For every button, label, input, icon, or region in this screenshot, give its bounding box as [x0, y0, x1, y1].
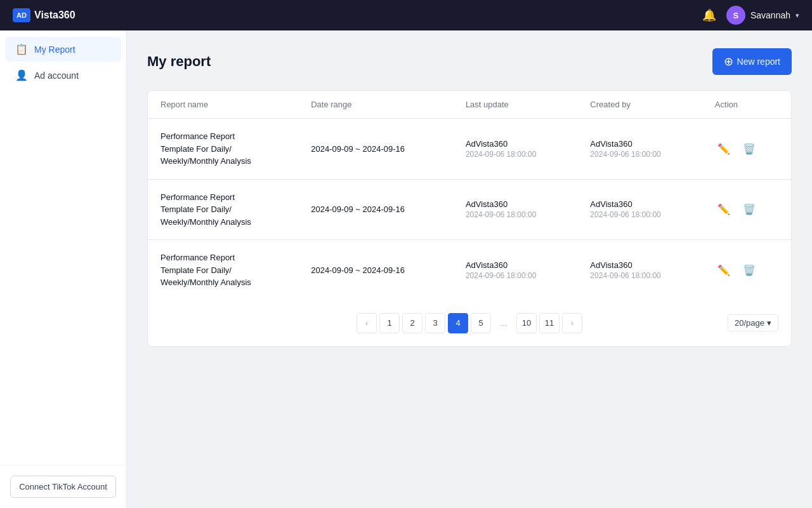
- reports-table: Report name Date range Last update Creat…: [148, 91, 791, 300]
- page-title: My report: [147, 53, 211, 70]
- col-created-by: Created by: [577, 91, 702, 119]
- cell-date-range-0: 2024-09-09 ~ 2024-09-16: [298, 119, 453, 180]
- avatar: S: [726, 6, 745, 25]
- topnav-right: 🔔 S Savannah ▾: [702, 6, 799, 25]
- page-size-label: 20/page: [735, 318, 764, 328]
- logo[interactable]: AD Vista360: [13, 8, 75, 22]
- cell-last-update-1: AdVista360 2024-09-06 18:00:00: [453, 179, 577, 240]
- table-header-row: Report name Date range Last update Creat…: [148, 91, 791, 119]
- cell-created-by-2: AdVista360 2024-09-06 18:00:00: [577, 240, 702, 300]
- cell-action-2: ✏️ 🗑️: [702, 240, 791, 300]
- edit-icon-2[interactable]: ✏️: [715, 262, 733, 279]
- sidebar-bottom: Connect TikTok Account: [0, 465, 126, 508]
- col-report-name: Report name: [148, 91, 298, 119]
- pagination-page-1[interactable]: 1: [379, 313, 400, 333]
- page-size-chevron: ▾: [767, 318, 771, 328]
- table-row: Performance ReportTemplate For Daily/Wee…: [148, 240, 791, 300]
- connect-tiktok-button[interactable]: Connect TikTok Account: [10, 476, 116, 498]
- table-row: Performance ReportTemplate For Daily/Wee…: [148, 179, 791, 240]
- pagination-page-5[interactable]: 5: [471, 313, 491, 333]
- pagination-page-4[interactable]: 4: [448, 313, 468, 333]
- report-icon: 📋: [15, 43, 28, 55]
- delete-icon-1[interactable]: 🗑️: [740, 201, 758, 218]
- cell-report-name-0: Performance ReportTemplate For Daily/Wee…: [148, 119, 298, 180]
- sidebar-item-my-report[interactable]: 📋 My Report: [5, 37, 121, 62]
- delete-icon-2[interactable]: 🗑️: [740, 262, 758, 279]
- cell-created-by-0: AdVista360 2024-09-06 18:00:00: [577, 119, 702, 180]
- layout: 📋 My Report 👤 Ad account Connect TikTok …: [0, 30, 812, 508]
- user-menu[interactable]: S Savannah ▾: [726, 6, 799, 25]
- sidebar-item-label-my-report: My Report: [34, 44, 75, 55]
- col-date-range: Date range: [298, 91, 453, 119]
- pagination-page-11[interactable]: 11: [539, 313, 560, 333]
- reports-table-container: Report name Date range Last update Creat…: [147, 90, 792, 347]
- cell-created-by-1: AdVista360 2024-09-06 18:00:00: [577, 179, 702, 240]
- page-size-selector[interactable]: 20/page ▾: [728, 314, 778, 331]
- main-content: My report ⊕ New report Report name Date …: [127, 30, 812, 508]
- cell-last-update-2: AdVista360 2024-09-06 18:00:00: [453, 240, 577, 300]
- cell-action-1: ✏️ 🗑️: [702, 179, 791, 240]
- new-report-label: New report: [737, 57, 780, 67]
- pagination-page-3[interactable]: 3: [425, 313, 445, 333]
- edit-icon-1[interactable]: ✏️: [715, 201, 733, 218]
- cell-date-range-2: 2024-09-09 ~ 2024-09-16: [298, 240, 453, 300]
- logo-icon: AD: [13, 8, 30, 22]
- cell-report-name-1: Performance ReportTemplate For Daily/Wee…: [148, 179, 298, 240]
- pagination-page-2[interactable]: 2: [402, 313, 422, 333]
- sidebar-nav: 📋 My Report 👤 Ad account: [0, 30, 126, 94]
- bell-icon[interactable]: 🔔: [702, 8, 716, 22]
- cell-action-0: ✏️ 🗑️: [702, 119, 791, 180]
- logo-text: Vista360: [34, 10, 75, 21]
- table-row: Performance ReportTemplate For Daily/Wee…: [148, 119, 791, 180]
- pagination-next[interactable]: ›: [562, 313, 582, 333]
- edit-icon-0[interactable]: ✏️: [715, 140, 733, 157]
- cell-last-update-0: AdVista360 2024-09-06 18:00:00: [453, 119, 577, 180]
- person-icon: 👤: [15, 69, 28, 81]
- pagination: ‹ 1 2 3 4 5 ... 10 11 › 20/page ▾: [148, 300, 791, 346]
- chevron-down-icon: ▾: [796, 11, 799, 20]
- pagination-dots: ...: [494, 313, 514, 333]
- sidebar: 📋 My Report 👤 Ad account Connect TikTok …: [0, 30, 127, 508]
- delete-icon-0[interactable]: 🗑️: [740, 140, 758, 157]
- col-last-update: Last update: [453, 91, 577, 119]
- cell-report-name-2: Performance ReportTemplate For Daily/Wee…: [148, 240, 298, 300]
- sidebar-item-label-ad-account: Ad account: [34, 70, 79, 81]
- user-name: Savannah: [750, 10, 790, 20]
- cell-date-range-1: 2024-09-09 ~ 2024-09-16: [298, 179, 453, 240]
- col-action: Action: [702, 91, 791, 119]
- pagination-prev[interactable]: ‹: [357, 313, 377, 333]
- topnav: AD Vista360 🔔 S Savannah ▾: [0, 0, 812, 30]
- new-report-button[interactable]: ⊕ New report: [712, 48, 792, 75]
- main-header: My report ⊕ New report: [147, 48, 792, 75]
- pagination-page-10[interactable]: 10: [516, 313, 537, 333]
- sidebar-item-ad-account[interactable]: 👤 Ad account: [5, 63, 121, 88]
- plus-icon: ⊕: [724, 55, 733, 69]
